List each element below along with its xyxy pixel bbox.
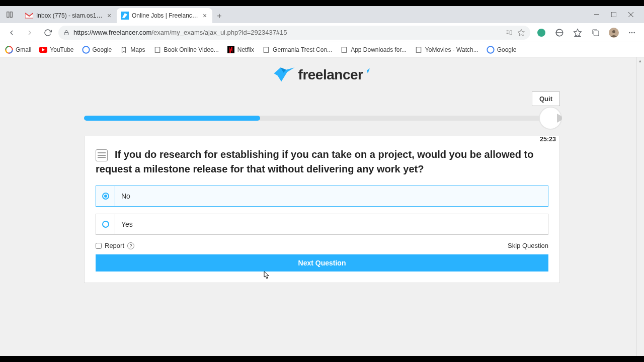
bookmark-label: Book Online Video...	[164, 46, 219, 53]
radio-icon	[102, 193, 109, 200]
bookmark-label: Germania Trest Con...	[273, 46, 332, 53]
skip-question-link[interactable]: Skip Question	[508, 242, 548, 249]
bookmark-label: App Downloads for...	[351, 46, 407, 53]
svg-point-31	[487, 46, 494, 53]
bookmark-label: Google	[497, 46, 517, 53]
bookmark-yomovies[interactable]: YoMovies - Watch...	[415, 46, 478, 54]
svg-rect-0	[7, 12, 9, 18]
progress-bar	[84, 116, 560, 121]
svg-rect-1	[10, 12, 12, 18]
timer-icon	[539, 107, 562, 130]
window-close-icon[interactable]	[627, 11, 635, 19]
bookmark-maps[interactable]: Maps	[120, 46, 145, 54]
url-text: https://www.freelancer.com/exam/my_exams…	[73, 29, 501, 36]
quit-button[interactable]: Quit	[532, 92, 560, 106]
question-text: If you do research for establishing if y…	[96, 149, 533, 174]
address-bar: https://www.freelancer.com/exam/my_exams…	[0, 23, 644, 42]
svg-point-18	[633, 32, 635, 33]
scroll-up-icon[interactable]: ▴	[636, 57, 644, 65]
option-label: Yes	[115, 214, 139, 234]
svg-rect-13	[594, 31, 599, 36]
report-checkbox[interactable]: Report ?	[96, 242, 134, 249]
tab-search-icon[interactable]	[3, 8, 16, 21]
svg-point-9	[537, 29, 545, 37]
svg-rect-29	[342, 47, 346, 52]
maximize-icon[interactable]	[610, 11, 618, 19]
new-tab-button[interactable]: +	[212, 9, 226, 23]
profile-avatar[interactable]	[608, 27, 620, 39]
progress-fill	[84, 116, 260, 121]
option-yes[interactable]: Yes	[96, 214, 548, 235]
bookmark-label: Netflix	[237, 46, 254, 53]
svg-marker-11	[574, 29, 582, 36]
svg-rect-7	[64, 32, 68, 35]
close-icon[interactable]: ×	[106, 12, 113, 19]
question-card: If you do research for establishing if y…	[84, 136, 560, 283]
bookmark-label: Google	[93, 46, 112, 53]
browser-titlebar: Inbox (775) - siam.os1991@gma × Online J…	[0, 6, 644, 23]
menu-icon[interactable]	[626, 27, 638, 39]
collections-icon[interactable]	[590, 27, 602, 39]
logo-text: freelancer	[298, 67, 363, 83]
browser-tab-gmail[interactable]: Inbox (775) - siam.os1991@gma ×	[21, 8, 117, 23]
bookmark-google[interactable]: Google	[82, 46, 112, 54]
svg-rect-30	[416, 47, 421, 52]
timer-value: 25:23	[540, 136, 556, 143]
radio-icon	[102, 221, 109, 228]
svg-rect-26	[155, 47, 159, 52]
extension-icon-2[interactable]	[553, 27, 566, 39]
bookmark-google-2[interactable]: Google	[487, 46, 517, 54]
tab-title: Online Jobs | Freelance Employm	[132, 12, 199, 19]
svg-point-17	[631, 32, 633, 33]
bookmark-label: YouTube	[50, 46, 73, 53]
bookmark-label: Maps	[130, 46, 145, 53]
svg-rect-28	[264, 47, 268, 52]
next-question-button[interactable]: Next Question	[96, 254, 548, 272]
svg-point-25	[83, 46, 89, 53]
bookmark-germania[interactable]: Germania Trest Con...	[262, 46, 332, 54]
star-icon[interactable]	[517, 29, 525, 37]
option-no[interactable]: No	[96, 186, 548, 207]
svg-marker-8	[518, 29, 524, 36]
freelancer-logo[interactable]: freelancer	[273, 66, 371, 83]
freelancer-icon	[121, 12, 129, 20]
report-input[interactable]	[96, 243, 102, 249]
extension-icon-1[interactable]	[535, 27, 547, 39]
help-icon[interactable]: ?	[127, 242, 134, 249]
cursor-icon	[262, 271, 270, 281]
svg-point-15	[612, 30, 615, 33]
back-button[interactable]	[4, 25, 19, 40]
scrollbar[interactable]: ▴	[636, 57, 644, 356]
question-text-block: If you do research for establishing if y…	[96, 147, 548, 176]
bookmark-label: Gmail	[16, 46, 31, 53]
minimize-icon[interactable]	[593, 11, 601, 19]
svg-rect-4	[611, 12, 616, 17]
bookmark-netflix[interactable]: Netflix	[227, 46, 254, 54]
option-label: No	[115, 186, 136, 206]
gmail-icon	[25, 12, 33, 20]
list-icon	[96, 149, 108, 161]
bookmark-youtube[interactable]: YouTube	[39, 46, 73, 54]
bookmark-gmail[interactable]: Gmail	[5, 46, 31, 54]
tab-title: Inbox (775) - siam.os1991@gma	[36, 12, 104, 19]
browser-tab-freelancer[interactable]: Online Jobs | Freelance Employm ×	[117, 8, 212, 23]
reload-button[interactable]	[40, 25, 55, 40]
favorites-icon[interactable]	[572, 27, 584, 39]
bookmark-app-downloads[interactable]: App Downloads for...	[340, 46, 407, 54]
lock-icon	[63, 29, 69, 36]
bookmark-label: YoMovies - Watch...	[425, 46, 478, 53]
svg-point-16	[629, 32, 630, 33]
close-icon[interactable]: ×	[201, 12, 208, 19]
page-content: ▴ freelancer Quit 25:23	[0, 57, 644, 356]
forward-button[interactable]	[22, 25, 37, 40]
bookmarks-bar: Gmail YouTube Google Maps Book Online Vi…	[0, 42, 644, 57]
url-field[interactable]: https://www.freelancer.com/exam/my_exams…	[58, 26, 530, 40]
report-label: Report	[105, 242, 124, 249]
bookmark-book-online[interactable]: Book Online Video...	[153, 46, 219, 54]
reader-icon[interactable]	[505, 29, 513, 37]
